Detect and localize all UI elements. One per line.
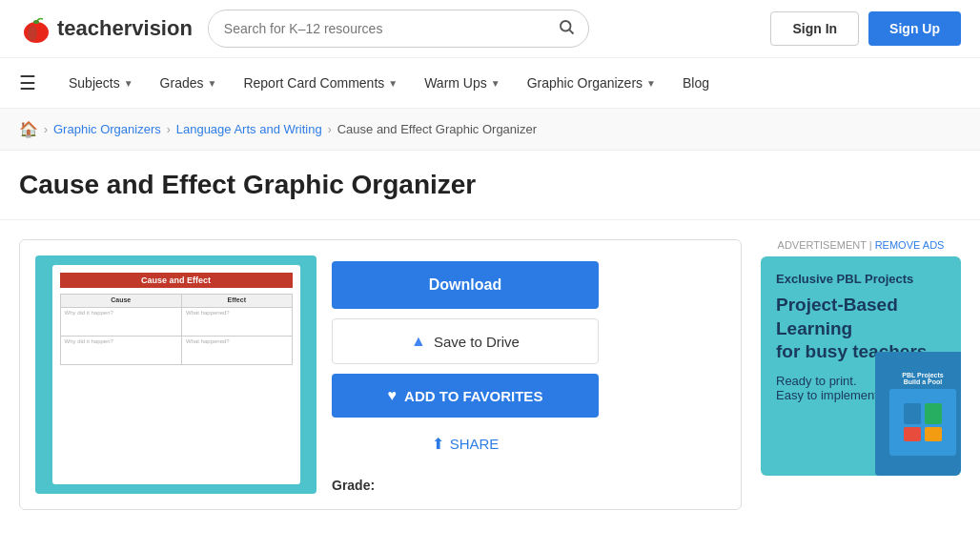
ad-book-graphic	[889, 389, 956, 456]
nav-item-blog[interactable]: Blog	[669, 60, 723, 106]
breadcrumb-item-graphic-organizers[interactable]: Graphic Organizers	[53, 122, 161, 136]
drive-icon: ▲	[411, 333, 426, 350]
resource-panel: Cause and Effect Cause Effect Why did it…	[19, 239, 742, 510]
preview-title: Cause and Effect	[60, 273, 293, 288]
breadcrumb-separator: ›	[167, 123, 171, 136]
svg-rect-6	[925, 403, 942, 424]
logo-text: teachervision	[57, 16, 193, 41]
preview-row-1: Why did it happen? What happened?	[60, 308, 292, 337]
chevron-down-icon: ▼	[491, 78, 500, 89]
header: teachervision Sign In Sign Up	[0, 0, 980, 58]
breadcrumb: 🏠 › Graphic Organizers › Language Arts a…	[0, 109, 980, 151]
download-button[interactable]: Download	[332, 261, 599, 309]
heart-icon: ♥	[388, 387, 398, 404]
search-input[interactable]	[209, 11, 544, 46]
logo[interactable]: teachervision	[19, 11, 193, 46]
breadcrumb-separator: ›	[328, 123, 332, 136]
page-title: Cause and Effect Graphic Organizer	[19, 170, 961, 200]
ad-book-graphic-icon	[899, 398, 947, 446]
nav-item-subjects[interactable]: Subjects ▼	[55, 60, 147, 106]
preview-cell-cause-1: Why did it happen?	[60, 308, 181, 337]
grade-section: Grade:	[332, 478, 725, 493]
logo-apple-icon	[19, 11, 53, 46]
chevron-down-icon: ▼	[208, 78, 217, 89]
svg-point-2	[33, 20, 39, 24]
preview-col-cause: Cause	[60, 295, 181, 308]
chevron-down-icon: ▼	[124, 78, 133, 89]
breadcrumb-separator: ›	[44, 123, 48, 136]
chevron-down-icon: ▼	[646, 78, 656, 89]
ad-card: Exclusive PBL Projects Project-Based Lea…	[761, 256, 961, 476]
svg-line-4	[569, 30, 573, 33]
search-icon	[558, 18, 575, 35]
signin-button[interactable]: Sign In	[770, 11, 859, 46]
preview-table: Cause Effect Why did it happen? What hap…	[60, 294, 293, 365]
chevron-down-icon: ▼	[388, 78, 398, 89]
svg-point-3	[561, 21, 571, 31]
save-to-drive-button[interactable]: ▲ Save to Drive	[332, 318, 599, 364]
svg-point-1	[28, 26, 37, 41]
share-link[interactable]: ⬆ SHARE	[332, 427, 599, 460]
main-content: Cause and Effect Cause Effect Why did it…	[0, 220, 980, 529]
remove-ads-link[interactable]: REMOVE ADS	[875, 239, 945, 251]
nav-item-grades[interactable]: Grades ▼	[147, 60, 231, 106]
resource-preview: Cause and Effect Cause Effect Why did it…	[35, 255, 316, 494]
preview-cell-cause-2: Why did it happen?	[60, 337, 181, 365]
search-button[interactable]	[544, 10, 588, 47]
main-nav: ☰ Subjects ▼ Grades ▼ Report Card Commen…	[0, 58, 980, 109]
ad-eyebrow: Exclusive PBL Projects	[776, 272, 946, 286]
svg-rect-8	[925, 427, 942, 441]
nav-item-graphic-organizers[interactable]: Graphic Organizers ▼	[514, 60, 669, 106]
breadcrumb-item-language-arts[interactable]: Language Arts and Writing	[176, 122, 322, 136]
ad-book-image: PBL ProjectsBuild a Pool	[875, 352, 961, 476]
preview-row-2: Why did it happen? What happened?	[60, 337, 292, 365]
add-to-favorites-button[interactable]: ♥ ADD TO FAVORITES	[332, 374, 599, 418]
svg-rect-5	[904, 403, 921, 424]
ad-label: ADVERTISEMENT | REMOVE ADS	[761, 239, 961, 251]
action-buttons: Download ▲ Save to Drive ♥ ADD TO FAVORI…	[332, 255, 725, 494]
signup-button[interactable]: Sign Up	[868, 11, 961, 46]
preview-col-effect: Effect	[181, 295, 292, 308]
share-icon: ⬆	[432, 435, 444, 453]
page-title-bar: Cause and Effect Graphic Organizer	[0, 151, 980, 220]
nav-item-report-card[interactable]: Report Card Comments ▼	[230, 60, 411, 106]
ad-panel: ADVERTISEMENT | REMOVE ADS Exclusive PBL…	[761, 239, 961, 510]
header-actions: Sign In Sign Up	[770, 11, 961, 46]
preview-cell-effect-2: What happened?	[181, 337, 292, 365]
nav-item-warm-ups[interactable]: Warm Ups ▼	[411, 60, 514, 106]
hamburger-menu[interactable]: ☰	[19, 58, 48, 108]
breadcrumb-home[interactable]: 🏠	[19, 120, 38, 138]
preview-cell-effect-1: What happened?	[181, 308, 292, 337]
svg-rect-7	[904, 427, 921, 441]
preview-inner: Cause and Effect Cause Effect Why did it…	[52, 265, 300, 484]
search-bar	[208, 10, 589, 48]
breadcrumb-current-page: Cause and Effect Graphic Organizer	[337, 122, 537, 136]
